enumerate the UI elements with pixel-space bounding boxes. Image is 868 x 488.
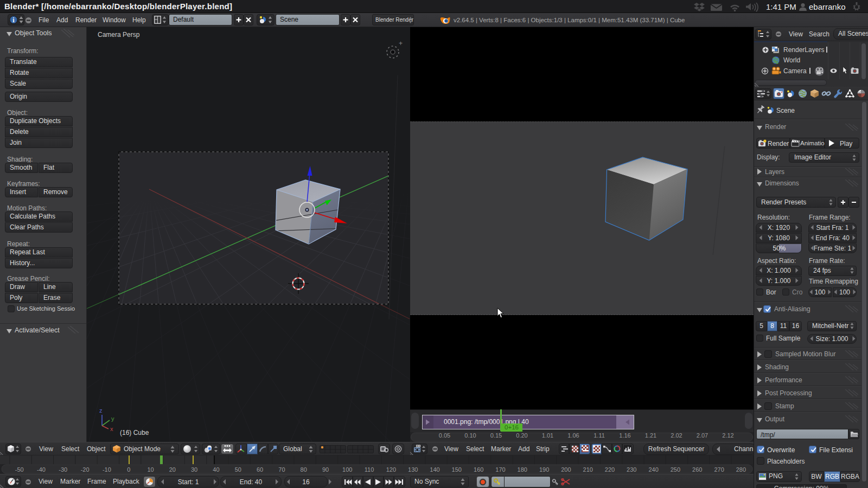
svg-text:20: 20	[169, 466, 176, 473]
svg-text:Camera Persp: Camera Persp	[98, 31, 140, 38]
svg-text:-30: -30	[59, 466, 67, 473]
svg-text:230: 230	[627, 466, 636, 473]
svg-text:120: 120	[386, 466, 396, 473]
svg-text:10: 10	[147, 466, 154, 473]
svg-text:250: 250	[671, 466, 680, 473]
svg-text:ebarranko: ebarranko	[809, 2, 846, 11]
svg-text:2.02: 2.02	[671, 432, 682, 439]
svg-text:x: x	[110, 426, 113, 432]
svg-text:70: 70	[278, 466, 285, 473]
svg-text:60: 60	[257, 466, 263, 473]
svg-text:150: 150	[452, 466, 462, 473]
svg-text:80: 80	[301, 466, 307, 473]
svg-text:0: 0	[127, 466, 130, 473]
svg-text:200: 200	[561, 466, 571, 473]
svg-text:1.16: 1.16	[619, 432, 630, 439]
svg-text:1.11: 1.11	[593, 432, 605, 439]
svg-text:z: z	[99, 407, 103, 414]
svg-text:130: 130	[408, 466, 418, 473]
svg-text:50: 50	[235, 466, 241, 473]
svg-text:240: 240	[648, 466, 658, 473]
svg-text:2.07: 2.07	[697, 432, 708, 439]
svg-text:30: 30	[191, 466, 197, 473]
svg-text:2.12: 2.12	[722, 432, 733, 439]
svg-text:0.05: 0.05	[439, 432, 450, 439]
svg-text:180: 180	[518, 466, 527, 473]
svg-text:190: 190	[539, 466, 549, 473]
svg-text:140: 140	[430, 466, 439, 473]
svg-text:220: 220	[605, 466, 615, 473]
svg-text:-40: -40	[37, 466, 46, 473]
svg-text:0.20: 0.20	[516, 432, 527, 439]
svg-text:0.15: 0.15	[490, 432, 502, 439]
svg-text:210: 210	[583, 466, 593, 473]
svg-text:160: 160	[474, 466, 483, 473]
svg-text:280: 280	[736, 466, 746, 473]
svg-text:270: 270	[714, 466, 724, 473]
svg-text:y: y	[111, 415, 114, 422]
svg-text:170: 170	[495, 466, 505, 473]
svg-text:1.06: 1.06	[567, 432, 579, 439]
svg-text:-50: -50	[15, 466, 24, 473]
svg-text:0.10: 0.10	[464, 432, 476, 439]
svg-text:260: 260	[692, 466, 702, 473]
svg-text:-20: -20	[81, 466, 90, 473]
svg-text:1.01: 1.01	[542, 432, 553, 439]
svg-text:1.21: 1.21	[645, 432, 656, 439]
svg-text:100: 100	[342, 466, 352, 473]
svg-text:110: 110	[365, 466, 374, 473]
svg-text:40: 40	[213, 466, 219, 473]
svg-text:(16) Cube: (16) Cube	[120, 429, 149, 436]
svg-text:-10: -10	[103, 466, 111, 473]
svg-text:+: +	[399, 40, 403, 47]
svg-text:90: 90	[322, 466, 329, 473]
svg-text:1:41 PM: 1:41 PM	[766, 2, 796, 11]
